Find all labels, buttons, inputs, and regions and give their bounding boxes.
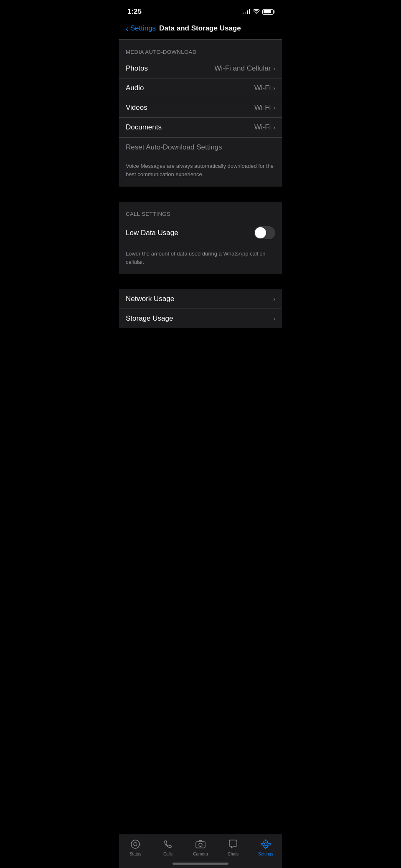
status-time: 1:25 [127,8,142,16]
chevron-right-icon: › [273,124,275,131]
back-label: Settings [130,24,156,33]
media-auto-download-label: MEDIA AUTO-DOWNLOAD [126,49,197,55]
status-icons [243,9,274,15]
call-settings-label: CALL SETTINGS [126,211,170,217]
photos-row[interactable]: Photos Wi-Fi and Cellular › [119,59,282,78]
back-chevron-icon: ‹ [126,24,129,33]
reset-label: Reset Auto-Download Settings [126,143,222,151]
chevron-right-icon: › [273,296,275,302]
audio-label: Audio [126,84,144,92]
low-data-usage-label: Low Data Usage [126,229,178,237]
reset-auto-download-row[interactable]: Reset Auto-Download Settings [119,137,282,157]
photos-label: Photos [126,64,148,73]
videos-label: Videos [126,104,147,112]
wifi-icon [253,9,260,15]
usage-group: Network Usage › Storage Usage › [119,289,282,328]
call-settings-group: Low Data Usage [119,221,282,245]
call-info-block: Lower the amount of data used during a W… [119,245,282,274]
call-settings-section-header: CALL SETTINGS [119,202,282,221]
chevron-right-icon: › [273,315,275,322]
network-usage-row[interactable]: Network Usage › [119,289,282,309]
status-bar: 1:25 [119,0,282,21]
media-info-text: Voice Messages are always automatically … [126,163,274,177]
photos-value: Wi-Fi and Cellular › [214,64,275,73]
low-data-usage-row[interactable]: Low Data Usage [119,221,282,245]
chevron-right-icon: › [273,65,275,72]
section-gap-1 [119,187,282,202]
videos-row[interactable]: Videos Wi-Fi › [119,98,282,118]
nav-header: ‹ Settings Data and Storage Usage [119,21,282,39]
media-auto-download-section-header: MEDIA AUTO-DOWNLOAD [119,40,282,59]
media-auto-download-group: Photos Wi-Fi and Cellular › Audio Wi-Fi … [119,59,282,157]
documents-label: Documents [126,123,162,132]
audio-value: Wi-Fi › [254,84,275,92]
storage-usage-label: Storage Usage [126,314,173,323]
documents-row[interactable]: Documents Wi-Fi › [119,118,282,137]
section-gap-2 [119,274,282,289]
audio-row[interactable]: Audio Wi-Fi › [119,78,282,98]
page-title: Data and Storage Usage [159,24,241,33]
call-info-text: Lower the amount of data used during a W… [126,251,266,265]
chevron-right-icon: › [273,85,275,91]
storage-usage-value: › [273,315,275,322]
bottom-padding [119,328,282,370]
toggle-knob [255,227,266,238]
documents-value: Wi-Fi › [254,123,275,132]
network-usage-label: Network Usage [126,295,174,303]
battery-icon [262,9,274,15]
low-data-usage-toggle[interactable] [254,226,275,239]
chevron-right-icon: › [273,104,275,111]
network-usage-value: › [273,296,275,302]
storage-usage-row[interactable]: Storage Usage › [119,309,282,328]
media-info-block: Voice Messages are always automatically … [119,157,282,187]
signal-icon [243,9,250,14]
back-button[interactable]: ‹ Settings [126,24,156,33]
videos-value: Wi-Fi › [254,104,275,112]
